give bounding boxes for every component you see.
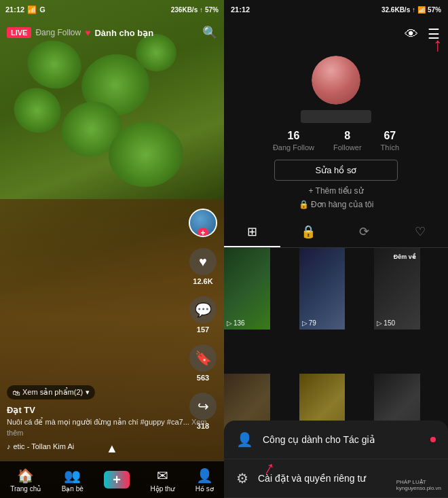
video-author-avatar: + — [189, 209, 217, 237]
profile-icon: 👤 — [196, 467, 213, 484]
status-bar-left: 21:12 📶 G 236KB/s ↑ 57% — [0, 0, 224, 19]
repost-icon: ⟳ — [359, 224, 369, 239]
settings-label: Cài đặt và quyền riêng tư — [258, 473, 366, 484]
music-note-icon: ♪ — [7, 442, 11, 450]
nav-create[interactable]: + — [104, 471, 130, 488]
nav-profile[interactable]: 👤 Hồ sơ — [195, 467, 214, 493]
time-left: 21:12 — [5, 5, 24, 14]
menu-item-creator-tools[interactable]: 👤 Công cụ dành cho Tác giả — [224, 421, 448, 459]
battery-left: 57% — [205, 6, 219, 14]
search-icon[interactable]: 🔍 — [202, 25, 217, 40]
inbox-icon: ✉ — [157, 467, 168, 484]
like-btn[interactable]: ♥ 12.6K — [189, 248, 217, 285]
profile-top-bar: 👁 ☰ — [224, 19, 448, 49]
like-count: 12.6K — [193, 277, 212, 285]
video-username: Đạt TV — [7, 405, 217, 415]
grid-icon: ⊞ — [247, 224, 257, 239]
progress-arrow-icon: ▲ — [106, 442, 118, 456]
speed-right: 32.6KB/s ↑ — [381, 6, 415, 14]
network-icon-left: 📶 — [27, 5, 37, 14]
nav-friends[interactable]: 👥 Bạn bè — [62, 467, 83, 493]
home-icon: 🏠 — [17, 467, 34, 484]
thumb-bg-2 — [299, 248, 346, 330]
product-button[interactable]: 🛍 Xem sản phẩm(2) ▾ — [7, 385, 95, 399]
profile-info: 16 Đang Follow 8 Follower 67 Thích Sửa h… — [224, 49, 448, 217]
following-count: 16 — [288, 130, 300, 142]
tab-videos[interactable]: ⊞ — [224, 217, 280, 247]
watermark: PHÁP LUẬT kynguyenso.plo.vn — [396, 479, 441, 491]
status-bar-right: 21:12 32.6KB/s ↑ 📶 57% — [224, 0, 448, 19]
likes-label: Thích — [381, 143, 400, 152]
chevron-down-icon: ▾ — [86, 388, 90, 397]
likes-count: 67 — [384, 130, 396, 142]
top-bar-title: Đang Follow ♥ Dành cho bạn — [35, 27, 153, 38]
product-label: Xem sản phẩm(2) — [22, 388, 83, 397]
nav-friends-label: Bạn bè — [62, 485, 83, 493]
comment-icon: 💬 — [189, 296, 217, 323]
top-bar-left: LIVE Đang Follow ♥ Dành cho bạn 🔍 — [0, 19, 224, 46]
thumb-bg-3 — [374, 248, 420, 330]
friends-icon: 👥 — [64, 467, 81, 484]
status-right-left: 236KB/s ↑ 57% — [171, 6, 219, 14]
add-bio-button[interactable]: + Thêm tiểu sử — [308, 186, 363, 196]
left-panel: 21:12 📶 G 236KB/s ↑ 57% LIVE Đang Follow… — [0, 0, 224, 498]
comment-count: 157 — [197, 325, 209, 334]
tab-repost[interactable]: ⟳ — [336, 217, 392, 247]
right-panel: 21:12 32.6KB/s ↑ 📶 57% 👁 ☰ 16 Đang Follo… — [224, 0, 448, 498]
speed-left: 236KB/s ↑ — [171, 6, 203, 14]
my-orders-button[interactable]: 🔒 Đơn hàng của tôi — [299, 200, 374, 209]
comment-btn[interactable]: 💬 157 — [189, 296, 217, 334]
watermark-url: kynguyenso.plo.vn — [396, 485, 441, 491]
heart-icon: ♥ — [189, 248, 217, 275]
bookmark-btn[interactable]: 🔖 563 — [189, 344, 217, 382]
red-arrow-menu-icon: ↑ — [433, 34, 443, 56]
profile-username — [301, 110, 371, 123]
view-count-2: ▷ 79 — [302, 319, 316, 327]
danh-cho-ban-label: Dành cho bạn — [94, 28, 153, 38]
followers-count: 8 — [344, 130, 350, 142]
live-badge: LIVE — [7, 27, 31, 38]
dang-follow-label: Đang Follow — [35, 28, 81, 37]
avatar-action-btn[interactable]: + — [189, 209, 217, 237]
avatar-image — [312, 56, 360, 105]
tab-liked[interactable]: ♡ — [392, 217, 449, 247]
profile-avatar — [312, 56, 360, 105]
bottom-nav: 🏠 Trang chủ 👥 Bạn bè + ✉ Hộp thư 👤 Hồ sơ — [0, 461, 224, 498]
my-orders-label: 🔒 Đơn hàng của tôi — [299, 200, 374, 209]
time-right: 21:12 — [231, 5, 250, 14]
video-description: Nuôi cá để mà mọi người đừng nản chí #gu… — [7, 417, 217, 438]
music-text: etic - Tollan Kim Ai — [14, 442, 75, 450]
watermark-text: PHÁP LUẬT — [396, 479, 441, 485]
status-icons-right: 32.6KB/s ↑ 📶 57% — [381, 6, 441, 14]
network-icon-right: 📶 — [417, 6, 426, 14]
followers-label: Follower — [333, 143, 362, 152]
heart-divider-icon: ♥ — [85, 27, 90, 38]
battery-right: 57% — [428, 6, 441, 14]
creator-tools-label: Công cụ dành cho Tác giả — [263, 434, 375, 445]
dem-ve-overlay: Đêm về — [394, 253, 416, 260]
play-icon-2: ▷ — [302, 319, 307, 327]
creator-tools-icon: 👤 — [236, 431, 253, 448]
create-plus-icon: + — [104, 471, 130, 488]
video-thumb-3[interactable]: Đêm về ▷ 150 — [374, 248, 420, 330]
profile-tabs: ⊞ 🔒 ⟳ ♡ — [224, 217, 448, 248]
view-count-1: ▷ 136 — [227, 319, 245, 327]
play-icon-1: ▷ — [227, 319, 232, 327]
bag-icon: 🛍 — [12, 389, 20, 397]
notification-dot — [430, 437, 436, 442]
lock-icon: 🔒 — [301, 224, 316, 239]
edit-profile-button[interactable]: Sửa hồ sơ — [274, 160, 398, 181]
video-thumb-1[interactable]: ▷ 136 — [224, 248, 270, 330]
following-label: Đang Follow — [273, 143, 314, 152]
play-icon-3: ▷ — [377, 319, 382, 327]
video-thumb-2[interactable]: ▷ 79 — [299, 248, 346, 330]
bookmark-icon: 🔖 — [189, 344, 217, 372]
nav-inbox[interactable]: ✉ Hộp thư — [150, 467, 174, 493]
thumb-bg-1 — [224, 248, 270, 330]
eye-icon[interactable]: 👁 — [405, 26, 418, 42]
view-count-3: ▷ 150 — [377, 319, 395, 327]
status-time-left: 21:12 📶 G — [5, 5, 45, 14]
network-type-left: G — [39, 5, 45, 14]
tab-locked[interactable]: 🔒 — [280, 217, 337, 247]
nav-home[interactable]: 🏠 Trang chủ — [10, 467, 41, 493]
